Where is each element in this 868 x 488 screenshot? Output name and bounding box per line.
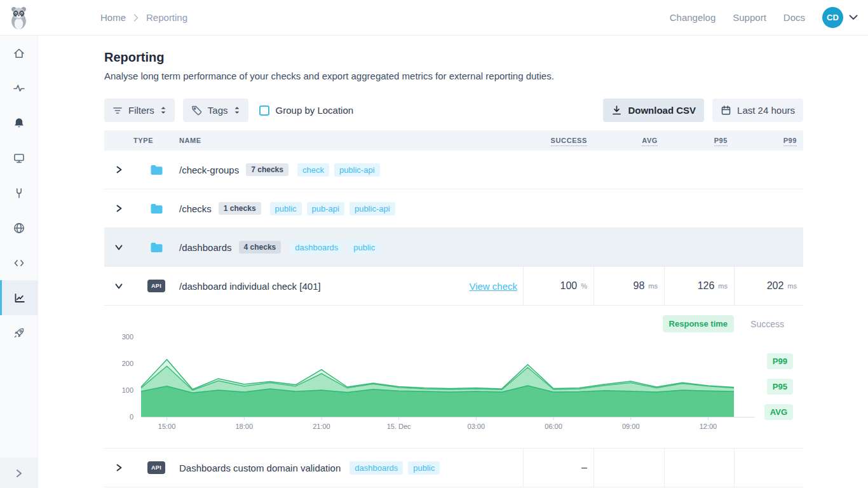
svg-text:06:00: 06:00 bbox=[545, 423, 562, 430]
group-row-dashboards[interactable]: /dashboards 4 checks dashboards public bbox=[104, 228, 803, 267]
sidebar-item-reporting[interactable] bbox=[0, 280, 37, 315]
tag-list: public pub-api public-api bbox=[270, 202, 395, 215]
tag: public bbox=[270, 202, 302, 215]
check-row-dashboard-individual[interactable]: API /dashboard individual check [401] Vi… bbox=[104, 267, 803, 306]
page-description: Analyse long term performance of your ch… bbox=[104, 71, 803, 81]
svg-text:12:00: 12:00 bbox=[700, 423, 717, 430]
tags-button[interactable]: Tags bbox=[183, 98, 248, 122]
chevron-right-icon bbox=[116, 204, 123, 213]
svg-text:100: 100 bbox=[122, 386, 133, 394]
check-name: /dashboard individual check [401] bbox=[179, 281, 321, 292]
success-cell: – bbox=[523, 449, 593, 487]
activity-pulse-icon bbox=[13, 82, 25, 95]
sidebar-item-private-locations[interactable] bbox=[0, 210, 37, 245]
raccoon-logo[interactable] bbox=[8, 6, 29, 30]
svg-text:15. Dec: 15. Dec bbox=[387, 423, 411, 430]
page-title: Reporting bbox=[104, 50, 803, 65]
type-cell bbox=[133, 203, 179, 214]
svg-text:0: 0 bbox=[130, 413, 133, 421]
header-success: SUCCESS bbox=[523, 137, 593, 144]
sort-arrows-icon bbox=[160, 106, 166, 114]
breadcrumb: Home Reporting bbox=[100, 12, 187, 23]
group-by-location-label: Group by Location bbox=[276, 105, 354, 116]
rocket-icon bbox=[13, 327, 25, 339]
svg-text:18:00: 18:00 bbox=[235, 423, 253, 430]
support-link[interactable]: Support bbox=[733, 12, 766, 23]
name-cell: /dashboard individual check [401] View c… bbox=[179, 267, 523, 305]
header-p95: P95 bbox=[664, 137, 734, 144]
date-range-label: Last 24 hours bbox=[737, 105, 795, 116]
folder-icon bbox=[150, 165, 163, 175]
group-name: /check-groups bbox=[179, 165, 239, 175]
check-row-custom-domain-validation[interactable]: API Dashboards custom domain validation … bbox=[104, 449, 803, 487]
type-cell bbox=[133, 242, 179, 253]
group-row-checks[interactable]: /checks 1 checks public pub-api public-a… bbox=[104, 189, 803, 228]
breadcrumb-home-link[interactable]: Home bbox=[100, 12, 126, 23]
sidebar-collapse-toggle[interactable] bbox=[0, 458, 37, 488]
type-cell: API bbox=[133, 461, 179, 474]
p99-cell bbox=[734, 449, 803, 487]
check-count-badge: 4 checks bbox=[239, 241, 281, 254]
topbar-links: Changelog Support Docs CD bbox=[670, 7, 858, 28]
chevron-right-icon bbox=[116, 463, 123, 472]
filter-lines-icon bbox=[112, 106, 123, 115]
legend-p95[interactable]: P95 bbox=[767, 379, 793, 395]
svg-text:03:00: 03:00 bbox=[468, 423, 485, 430]
chevron-right-icon bbox=[133, 14, 139, 22]
sidebar-item-home[interactable] bbox=[0, 36, 37, 71]
header-p99: P99 bbox=[734, 137, 803, 144]
filters-button[interactable]: Filters bbox=[104, 98, 175, 122]
sidebar-item-maintenance[interactable] bbox=[0, 175, 37, 210]
download-csv-button[interactable]: Download CSV bbox=[603, 98, 704, 122]
chevron-right-icon bbox=[15, 468, 23, 478]
top-bar: Home Reporting Changelog Support Docs CD bbox=[0, 0, 868, 36]
globe-icon bbox=[13, 222, 25, 234]
main-content: Reporting Analyse long term performance … bbox=[38, 36, 868, 488]
p95-cell: 126ms bbox=[664, 267, 734, 305]
folder-icon bbox=[150, 203, 163, 214]
calendar-icon bbox=[721, 105, 731, 116]
view-check-link[interactable]: View check bbox=[469, 281, 523, 292]
date-range-selector[interactable]: Last 24 hours bbox=[712, 98, 803, 122]
changelog-link[interactable]: Changelog bbox=[670, 12, 716, 23]
group-by-location-checkbox[interactable] bbox=[259, 105, 269, 116]
filters-label: Filters bbox=[128, 105, 154, 116]
breadcrumb-current[interactable]: Reporting bbox=[146, 12, 187, 23]
sort-arrows-icon bbox=[234, 106, 240, 114]
tag-list: dashboards public bbox=[349, 461, 440, 475]
tag: dashboards bbox=[349, 461, 403, 475]
name-cell: /checks 1 checks public pub-api public-a… bbox=[179, 189, 523, 227]
check-count-badge: 7 checks bbox=[246, 163, 288, 176]
type-cell bbox=[133, 165, 179, 175]
group-name: /checks bbox=[179, 203, 212, 214]
collapse-toggle[interactable] bbox=[104, 283, 133, 290]
avatar[interactable]: CD bbox=[822, 7, 843, 28]
sidebar-item-alerts[interactable] bbox=[0, 105, 37, 140]
monitor-icon bbox=[13, 152, 25, 165]
check-count-badge: 1 checks bbox=[219, 202, 261, 215]
collapse-toggle[interactable] bbox=[104, 244, 133, 251]
line-chart-icon bbox=[13, 292, 26, 304]
group-name: /dashboards bbox=[179, 242, 232, 253]
chevron-down-icon bbox=[114, 283, 123, 290]
group-row-check-groups[interactable]: /check-groups 7 checks check public-api bbox=[104, 151, 803, 189]
legend-p99[interactable]: P99 bbox=[767, 353, 793, 369]
sidebar-item-quickstart[interactable] bbox=[0, 315, 37, 350]
expand-toggle[interactable] bbox=[104, 204, 133, 213]
tag: dashboards bbox=[290, 241, 343, 254]
svg-text:15:00: 15:00 bbox=[158, 423, 176, 430]
response-time-chart-panel: Response time Success 010020030015:0018:… bbox=[104, 306, 803, 449]
name-cell: /dashboards 4 checks dashboards public bbox=[179, 228, 523, 266]
sidebar-item-snippets[interactable] bbox=[0, 245, 37, 280]
docs-link[interactable]: Docs bbox=[783, 12, 805, 23]
sidebar-item-checks[interactable] bbox=[0, 71, 37, 105]
account-menu[interactable]: CD bbox=[822, 7, 858, 28]
tag-list: dashboards public bbox=[290, 241, 380, 254]
expand-toggle[interactable] bbox=[104, 463, 133, 472]
sidebar-item-dashboards[interactable] bbox=[0, 140, 37, 175]
expand-toggle[interactable] bbox=[104, 165, 133, 174]
home-icon bbox=[13, 47, 25, 60]
name-cell: /check-groups 7 checks check public-api bbox=[179, 151, 523, 189]
legend-avg[interactable]: AVG bbox=[764, 404, 793, 420]
chevron-right-icon bbox=[116, 165, 123, 174]
